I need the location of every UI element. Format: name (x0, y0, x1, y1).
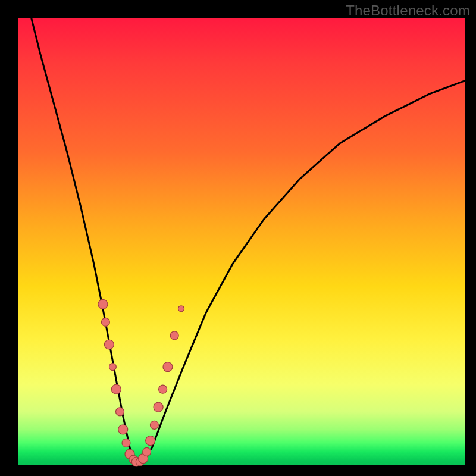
data-point (111, 384, 121, 394)
data-point (104, 340, 114, 349)
data-point (159, 385, 167, 393)
bottleneck-curve (32, 18, 465, 463)
curve-svg (18, 18, 465, 465)
data-point (163, 362, 173, 372)
data-point (98, 299, 108, 309)
chart-frame: TheBottleneck.com (0, 0, 476, 476)
data-point (116, 408, 124, 416)
data-point (143, 447, 151, 456)
data-point (122, 439, 130, 447)
plot-area (18, 18, 465, 465)
data-point (178, 306, 184, 312)
data-point (150, 421, 158, 429)
data-point (109, 364, 116, 371)
data-markers (98, 299, 184, 466)
watermark-text: TheBottleneck.com (346, 2, 470, 19)
data-point (118, 425, 128, 434)
data-point (101, 318, 109, 326)
data-point (170, 331, 178, 340)
data-point (146, 436, 155, 446)
data-point (154, 402, 163, 412)
